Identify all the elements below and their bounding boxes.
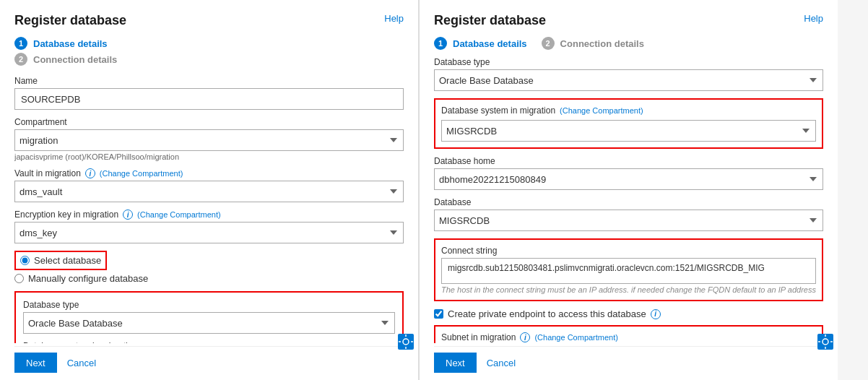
right-db-type-select[interactable]: Oracle Base Database — [434, 69, 823, 91]
right-panel-title: Register database — [434, 13, 546, 28]
left-name-label: Name — [14, 76, 404, 86]
left-step-1-label: Database details — [33, 38, 108, 49]
right-subnet-box: Subnet in migration i (Change Compartmen… — [434, 325, 823, 343]
left-radio-select-input[interactable] — [20, 256, 30, 265]
right-connect-string-note: The host in the connect string must be a… — [441, 285, 816, 294]
left-db-system-label: Database system in migration — [23, 341, 137, 343]
left-encryption-label-row: Encryption key in migration i (Change Co… — [14, 210, 404, 220]
left-compartment-label: Compartment — [14, 117, 404, 127]
left-radio-manual-input[interactable] — [14, 274, 24, 283]
left-db-system-group: Database system in migration (Change Com… — [23, 341, 395, 343]
left-steps: 1 Database details 2 Connection details — [14, 37, 404, 66]
right-connect-string-value: migsrcdb.sub12150803481.pslimvcnmigrati.… — [441, 258, 816, 284]
left-radio-select[interactable]: Select database — [14, 251, 107, 270]
left-step-2: 2 Connection details — [14, 53, 404, 66]
left-radio-manual[interactable]: Manually configure database — [14, 273, 404, 284]
left-encryption-change-link[interactable]: (Change Compartment) — [137, 210, 221, 219]
left-step-1-num: 1 — [14, 37, 27, 50]
left-db-type-group: Database type Oracle Base Database — [23, 300, 395, 334]
right-db-system-change-link[interactable]: (Change Compartment) — [560, 106, 643, 115]
right-db-type-label: Database type — [434, 57, 823, 67]
left-db-system-change-link[interactable]: (Change Compartment) — [142, 342, 225, 343]
left-db-type-select[interactable]: Oracle Base Database — [23, 312, 395, 334]
right-panel-header: Register database Help — [434, 13, 823, 28]
left-step-1: 1 Database details — [14, 37, 404, 50]
left-compartment-group: Compartment migration japacisvprime (roo… — [14, 117, 404, 161]
right-subnet-label: Subnet in migration — [441, 332, 516, 342]
right-subnet-label-row: Subnet in migration i (Change Compartmen… — [441, 332, 816, 342]
left-vault-group: Vault in migration i (Change Compartment… — [14, 168, 404, 202]
left-compartment-select[interactable]: migration — [14, 129, 404, 151]
right-connect-string-label: Connect string — [441, 246, 816, 256]
left-name-input[interactable] — [14, 88, 404, 110]
left-encryption-group: Encryption key in migration i (Change Co… — [14, 210, 404, 243]
right-step-2-label: Connection details — [560, 38, 644, 49]
left-radio-manual-label: Manually configure database — [28, 273, 148, 284]
right-db-home-select[interactable]: dbhome20221215080849 — [434, 168, 823, 190]
right-db-home-label: Database home — [434, 156, 823, 166]
right-create-endpoint-row: Create private endpoint to access this d… — [434, 308, 823, 319]
right-db-type-group: Database type Oracle Base Database — [434, 57, 823, 91]
right-db-system-select[interactable]: MIGSRCDB — [441, 120, 816, 142]
left-footer: Next Cancel — [14, 346, 404, 373]
right-form-area: Database type Oracle Base Database Datab… — [434, 57, 823, 343]
left-next-button[interactable]: Next — [14, 353, 57, 373]
right-database-group: Database MIGSRCDB — [434, 197, 823, 231]
right-connect-string-box: Connect string migsrcdb.sub12150803481.p… — [434, 238, 823, 301]
right-create-endpoint-info-icon[interactable]: i — [651, 309, 661, 319]
left-step-2-num: 2 — [14, 53, 27, 66]
left-vault-info-icon[interactable]: i — [85, 168, 95, 178]
left-vault-label: Vault in migration — [14, 168, 81, 178]
left-encryption-select[interactable]: dms_key — [14, 222, 404, 243]
right-cancel-button[interactable]: Cancel — [484, 353, 518, 373]
right-next-button[interactable]: Next — [434, 353, 477, 373]
left-step-2-label: Connection details — [33, 54, 117, 65]
left-name-group: Name — [14, 76, 404, 110]
left-encryption-label: Encryption key in migration — [14, 210, 118, 220]
right-database-label: Database — [434, 197, 823, 207]
left-radio-group: Select database Manually configure datab… — [14, 251, 404, 284]
left-form-area: Name Compartment migration japacisvprime… — [14, 76, 404, 343]
left-vault-label-row: Vault in migration i (Change Compartment… — [14, 168, 404, 178]
left-help-link[interactable]: Help — [384, 13, 404, 24]
left-cancel-button[interactable]: Cancel — [64, 353, 99, 373]
left-vault-change-link[interactable]: (Change Compartment) — [100, 169, 183, 178]
right-step-2: 2 Connection details — [542, 37, 644, 50]
right-db-system-box: Database system in migration (Change Com… — [434, 98, 823, 149]
left-db-type-box: Database type Oracle Base Database Datab… — [14, 291, 404, 343]
right-steps: 1 Database details 2 Connection details — [434, 37, 823, 50]
right-step-1-label: Database details — [453, 38, 527, 49]
right-step-1-num: 1 — [434, 37, 447, 50]
right-scroll-indicator — [817, 334, 833, 350]
left-panel: Register database Help 1 Database detail… — [0, 0, 419, 380]
right-database-select[interactable]: MIGSRCDB — [434, 210, 823, 231]
right-subnet-info-icon[interactable]: i — [520, 332, 530, 342]
left-vault-select[interactable]: dms_vault — [14, 181, 404, 202]
left-radio-select-label: Select database — [34, 255, 101, 266]
right-subnet-change-link[interactable]: (Change Compartment) — [534, 333, 618, 342]
right-step-1: 1 Database details — [434, 37, 527, 50]
left-encryption-info-icon[interactable]: i — [123, 210, 133, 220]
left-scroll-indicator — [398, 334, 414, 350]
right-step-2-num: 2 — [542, 37, 555, 50]
right-panel: Register database Help 1 Database detail… — [419, 0, 838, 380]
left-compartment-sub: japacisvprime (root)/KOREA/Phillsoo/migr… — [14, 152, 404, 161]
right-db-system-label: Database system in migration — [441, 105, 555, 116]
left-db-type-label: Database type — [23, 300, 395, 310]
right-db-home-group: Database home dbhome20221215080849 — [434, 156, 823, 190]
right-footer: Next Cancel — [434, 346, 823, 373]
left-panel-title: Register database — [14, 13, 126, 28]
right-create-endpoint-checkbox[interactable] — [434, 309, 443, 319]
left-db-system-label-row: Database system in migration (Change Com… — [23, 341, 395, 343]
right-create-endpoint-label: Create private endpoint to access this d… — [448, 308, 646, 319]
left-panel-header: Register database Help — [14, 13, 404, 28]
right-help-link[interactable]: Help — [804, 13, 823, 24]
right-db-system-label-row: Database system in migration (Change Com… — [441, 105, 816, 116]
